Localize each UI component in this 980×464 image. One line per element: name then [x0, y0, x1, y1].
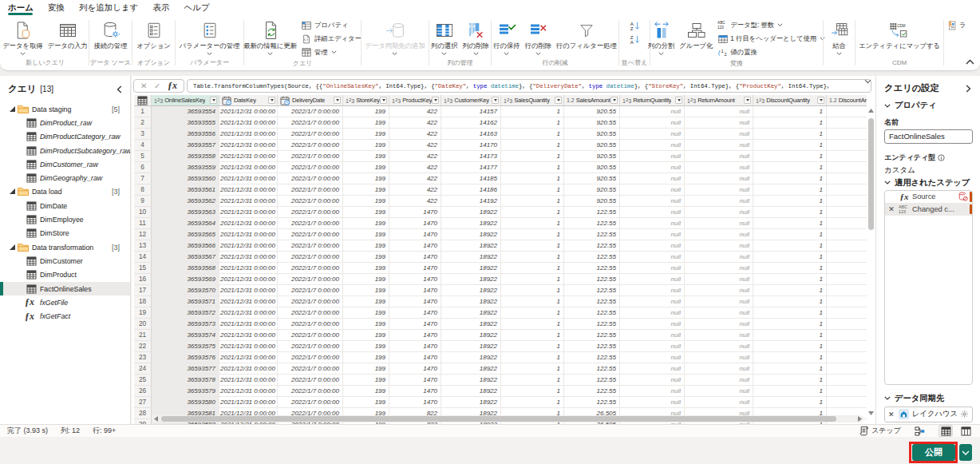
column-header-OnlineSalesKey[interactable]: 123OnlineSalesKey [152, 95, 219, 106]
ribbon-button[interactable]: CDMエンティティにマップする [856, 17, 942, 58]
applied-steps-section-header[interactable]: 適用されたステップ [884, 177, 973, 188]
grid-cell[interactable]: null [685, 319, 753, 330]
grid-cell[interactable]: null [620, 263, 685, 274]
grid-cell[interactable]: null [685, 240, 753, 252]
grid-cell[interactable]: 199 [343, 196, 389, 207]
grid-cell[interactable]: null [685, 307, 753, 319]
destination-settings-gear-icon[interactable] [960, 410, 969, 418]
grid-cell[interactable]: 199 [343, 173, 389, 184]
grid-cell[interactable]: 36593569 [152, 274, 219, 285]
vertical-scrollbar-thumb[interactable] [868, 118, 874, 230]
column-filter-dropdown[interactable] [380, 97, 387, 104]
query-item-DimProductSubcategory-raw[interactable]: DimProductSubcategory_raw [0, 144, 130, 157]
grid-cell[interactable] [827, 218, 867, 229]
grid-cell[interactable]: null [685, 386, 753, 397]
grid-cell[interactable]: null [620, 196, 685, 207]
info-icon[interactable] [938, 154, 945, 161]
grid-corner-cell[interactable] [134, 95, 152, 106]
grid-cell[interactable]: 36593578 [152, 375, 219, 386]
grid-cell[interactable]: 36593563 [152, 207, 219, 218]
grid-cell[interactable]: 1 [753, 330, 827, 341]
grid-cell[interactable]: 1470 [389, 229, 441, 240]
grid-cell[interactable]: null [620, 218, 685, 229]
grid-cell[interactable]: null [685, 117, 753, 129]
grid-cell[interactable]: 122.55 [564, 263, 620, 274]
grid-cell[interactable]: 2022/1/7 0:00:00 [278, 386, 343, 397]
schema-view-button[interactable] [958, 425, 973, 437]
grid-cell[interactable]: null [685, 196, 753, 207]
grid-cell[interactable]: 36593556 [152, 129, 219, 140]
grid-cell[interactable]: 18922 [441, 240, 501, 252]
column-filter-dropdown[interactable] [432, 97, 439, 104]
grid-cell[interactable]: 18922 [441, 330, 501, 341]
grid-cell[interactable]: 36593555 [152, 117, 219, 129]
query-item-DimEmployee[interactable]: DimEmployee [0, 212, 130, 226]
grid-cell[interactable]: 18922 [441, 363, 501, 375]
grid-cell[interactable] [827, 229, 867, 240]
query-item-DimGeography-raw[interactable]: DimGeography_raw [0, 171, 130, 184]
grid-cell[interactable]: null [620, 229, 685, 240]
grid-cell[interactable]: 1470 [389, 296, 441, 307]
ribbon-button[interactable]: 結合 [828, 17, 852, 58]
steps-view-button[interactable]: ステップ [859, 426, 901, 436]
grid-cell[interactable]: 2021/12/31 0:00:00 [219, 196, 278, 207]
column-filter-dropdown[interactable] [611, 97, 618, 104]
grid-cell[interactable]: null [685, 397, 753, 408]
grid-cell[interactable]: 920.55 [564, 117, 620, 129]
grid-cell[interactable]: 36593575 [152, 341, 219, 352]
grid-cell[interactable]: 2021/12/31 0:00:00 [219, 151, 278, 162]
query-item-DimCustomer-raw[interactable]: DimCustomer_raw [0, 157, 130, 171]
ribbon-button[interactable]: 1 行目をヘッダーとして使用 [717, 32, 826, 46]
grid-cell[interactable]: 1 [501, 106, 564, 117]
grid-cell[interactable]: 2021/12/31 0:00:00 [219, 386, 278, 397]
grid-cell[interactable]: 1 [501, 375, 564, 386]
column-filter-dropdown[interactable] [268, 97, 275, 104]
grid-cell[interactable]: 199 [343, 285, 389, 296]
grid-cell[interactable]: 1 [753, 386, 827, 397]
query-item-DimCustomer[interactable]: DimCustomer [0, 254, 130, 268]
grid-cell[interactable]: 422 [389, 162, 441, 173]
grid-cell[interactable]: 2021/12/31 0:00:00 [219, 207, 278, 218]
grid-cell[interactable]: null [620, 363, 685, 375]
grid-cell[interactable]: 199 [343, 162, 389, 173]
grid-cell[interactable]: 14162 [441, 117, 501, 129]
grid-cell[interactable]: 199 [343, 397, 389, 408]
grid-cell[interactable]: null [685, 252, 753, 263]
grid-cell[interactable] [827, 252, 867, 263]
grid-cell[interactable]: null [685, 285, 753, 296]
grid-cell[interactable]: 1 [753, 375, 827, 386]
grid-cell[interactable]: 2021/12/31 0:00:00 [219, 274, 278, 285]
grid-cell[interactable]: 1 [753, 117, 827, 129]
grid-cell[interactable]: 36593574 [152, 330, 219, 341]
grid-cell[interactable] [827, 129, 867, 140]
expander-icon[interactable] [9, 188, 15, 195]
grid-cell[interactable]: 1470 [389, 207, 441, 218]
grid-cell[interactable] [827, 386, 867, 397]
grid-cell[interactable]: 36593579 [152, 386, 219, 397]
grid-cell[interactable]: 122.55 [564, 252, 620, 263]
grid-cell[interactable]: null [685, 129, 753, 140]
grid-cell[interactable]: null [620, 319, 685, 330]
grid-cell[interactable]: 122.55 [564, 352, 620, 363]
ribbon-button[interactable]: 行の保持 [491, 17, 522, 58]
grid-cell[interactable]: 1 [501, 173, 564, 184]
grid-cell[interactable]: 422 [389, 129, 441, 140]
column-header-DeliveryDate[interactable]: DeliveryDate [278, 95, 343, 106]
grid-cell[interactable]: 1470 [389, 375, 441, 386]
grid-cell[interactable]: 1 [501, 386, 564, 397]
grid-cell[interactable]: 122.55 [564, 218, 620, 229]
grid-cell[interactable]: 1470 [389, 352, 441, 363]
grid-cell[interactable]: 122.55 [564, 285, 620, 296]
grid-cell[interactable]: 36593573 [152, 319, 219, 330]
grid-cell[interactable]: 2022/1/7 0:00:00 [278, 117, 343, 129]
grid-cell[interactable]: 2021/12/31 0:00:00 [219, 117, 278, 129]
grid-cell[interactable]: 199 [343, 117, 389, 129]
grid-cell[interactable]: 199 [343, 184, 389, 196]
grid-cell[interactable]: 1 [753, 173, 827, 184]
scroll-left-icon[interactable] [152, 415, 160, 422]
grid-cell[interactable]: 1 [501, 196, 564, 207]
grid-cell[interactable]: 920.55 [564, 129, 620, 140]
grid-cell[interactable]: null [620, 375, 685, 386]
grid-cell[interactable]: null [620, 296, 685, 307]
collapse-ribbon-button[interactable] [963, 56, 976, 67]
